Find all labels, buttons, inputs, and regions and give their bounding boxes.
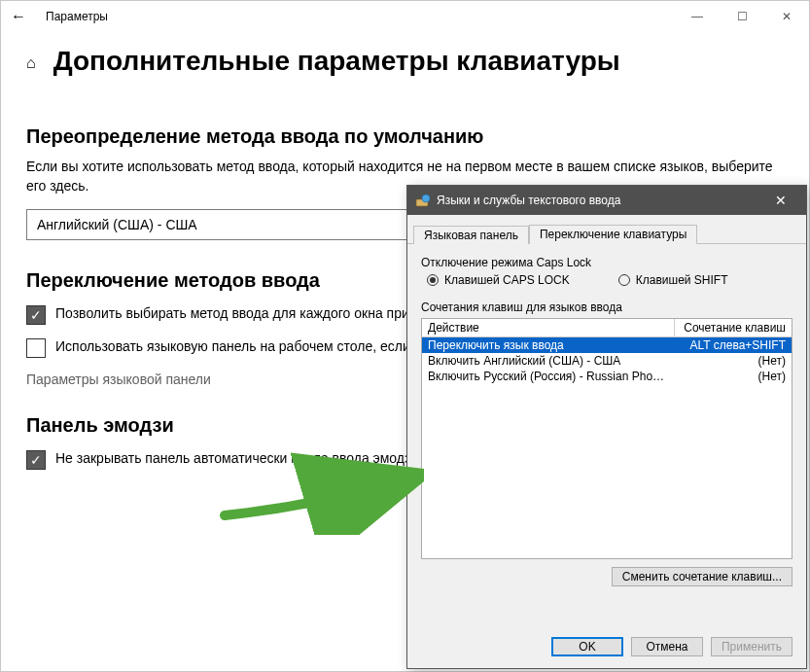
list-item[interactable]: Включить Русский (Россия) - Russian Phon… <box>422 369 792 384</box>
list-item-action: Переключить язык ввода <box>428 338 669 352</box>
dialog-titlebar: Языки и службы текстового ввода ✕ <box>407 186 806 215</box>
dialog-close-button[interactable]: ✕ <box>761 193 800 208</box>
col-shortcut[interactable]: Сочетание клавиш <box>675 319 792 336</box>
maximize-button[interactable]: ☐ <box>720 1 764 32</box>
checkbox-label: Позволить выбирать метод ввода для каждо… <box>55 305 464 325</box>
section-heading-default-input: Переопределение метода ввода по умолчани… <box>26 125 784 148</box>
apply-button[interactable]: Применить <box>711 637 792 656</box>
radio-label: Клавишей SHIFT <box>636 273 728 287</box>
list-item-shortcut: ALT слева+SHIFT <box>669 338 786 352</box>
tab-language-bar[interactable]: Языковая панель <box>413 226 529 244</box>
combo-value: Английский (США) - США <box>37 217 197 232</box>
home-icon[interactable]: ⌂ <box>26 54 36 72</box>
settings-titlebar: ← Параметры — ☐ ✕ <box>1 1 809 32</box>
radio-capslock-key[interactable]: Клавишей CAPS LOCK <box>427 273 570 287</box>
shortcuts-group-label: Сочетания клавиш для языков ввода <box>421 301 792 314</box>
tab-keyboard-switching[interactable]: Переключение клавиатуры <box>529 225 697 244</box>
checkbox-language-bar-desktop[interactable] <box>26 338 46 358</box>
shortcut-list-header: Действие Сочетание клавиш <box>421 318 792 337</box>
checkbox-emoji-autoclose[interactable] <box>26 450 46 470</box>
checkbox-label: Не закрывать панель автоматически после … <box>55 450 418 470</box>
list-item[interactable]: Включить Английский (США) - США (Нет) <box>422 353 792 369</box>
list-item-action: Включить Русский (Россия) - Russian Phon… <box>428 370 669 383</box>
svg-point-1 <box>422 195 430 202</box>
list-item-shortcut: (Нет) <box>669 370 786 383</box>
list-item-shortcut: (Нет) <box>669 354 786 368</box>
keyboard-globe-icon <box>415 193 431 208</box>
change-shortcut-button[interactable]: Сменить сочетание клавиш... <box>612 567 792 586</box>
minimize-button[interactable]: — <box>675 1 720 32</box>
cancel-button[interactable]: Отмена <box>631 637 703 656</box>
dialog-title: Языки и службы текстового ввода <box>437 194 620 207</box>
page-title: Дополнительные параметры клавиатуры <box>53 46 620 77</box>
shortcut-list[interactable]: Переключить язык ввода ALT слева+SHIFT В… <box>421 337 792 559</box>
radio-shift-key[interactable]: Клавишей SHIFT <box>618 273 728 287</box>
default-input-method-combo[interactable]: Английский (США) - США <box>26 209 415 240</box>
radio-label: Клавишей CAPS LOCK <box>444 273 570 287</box>
window-title: Параметры <box>46 10 108 23</box>
text-services-dialog: Языки и службы текстового ввода ✕ Языков… <box>406 185 807 669</box>
checkbox-per-app-input[interactable] <box>26 305 46 325</box>
capslock-group-label: Отключение режима Caps Lock <box>421 256 792 269</box>
ok-button[interactable]: OK <box>551 637 623 656</box>
back-button[interactable]: ← <box>11 8 46 25</box>
list-item-action: Включить Английский (США) - США <box>428 354 669 368</box>
dialog-tabs: Языковая панель Переключение клавиатуры <box>407 215 806 244</box>
col-action[interactable]: Действие <box>422 319 675 336</box>
list-item[interactable]: Переключить язык ввода ALT слева+SHIFT <box>422 337 792 353</box>
close-button[interactable]: ✕ <box>764 1 809 32</box>
